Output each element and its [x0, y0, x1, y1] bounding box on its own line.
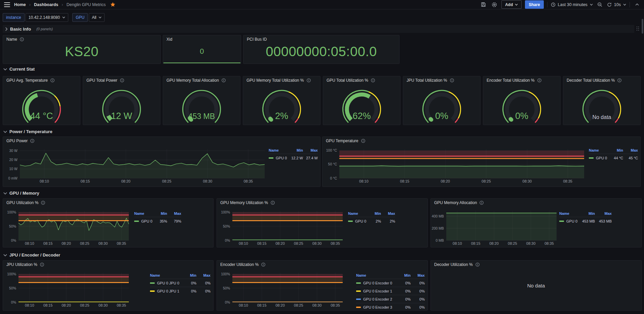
panel-title[interactable]: GPU Memory Total Allocation	[166, 78, 226, 83]
info-icon[interactable]	[261, 263, 265, 267]
add-panel-button[interactable]: Add	[501, 0, 522, 9]
vertical-scrollbar-thumb[interactable]	[642, 19, 643, 34]
zoom-out-time-icon[interactable]	[596, 1, 604, 8]
info-icon[interactable]	[222, 78, 226, 82]
legend-series-name[interactable]: GPU 0	[348, 219, 367, 223]
section-gpu-memory[interactable]: GPU / Memory	[3, 191, 39, 196]
panel-title[interactable]: Xid	[166, 37, 172, 42]
legend-series-name[interactable]: GPU 0 Encoder 3	[356, 305, 396, 309]
panel-gauge-2: GPU Memory Total Allocation453 MB	[163, 76, 240, 125]
info-icon[interactable]	[307, 78, 311, 82]
breadcrumb-dashboards[interactable]: Dashboards	[34, 2, 58, 7]
time-series-chart[interactable]: 08:1008:1508:2008:2508:3008:35100%50%0%	[217, 199, 427, 247]
legend-header: NameMinMax	[559, 210, 612, 217]
info-icon[interactable]	[361, 139, 365, 143]
section-power-temperature[interactable]: Power / Temperature	[3, 129, 52, 134]
legend-series-name[interactable]: GPU 0 Encoder 1	[356, 289, 396, 293]
section-jpu-encoder-decoder[interactable]: JPU / Encoder / Decoder	[3, 252, 60, 258]
dashboard-settings-gear-icon[interactable]	[491, 1, 498, 8]
panel-title[interactable]: JPU Total Utilization %	[407, 78, 454, 83]
svg-text:08:10: 08:10	[453, 241, 462, 245]
panel-title[interactable]: GPU Utilization %	[6, 200, 45, 205]
breadcrumb-home[interactable]: Home	[14, 2, 26, 7]
time-range-picker[interactable]: Last 30 minutes	[551, 2, 593, 7]
panel-title-text: Decoder Utilization %	[434, 262, 473, 267]
clock-icon	[551, 2, 556, 7]
legend-series-name[interactable]: GPU 0	[269, 156, 288, 160]
legend-max-value: 0%	[196, 281, 211, 285]
legend-header-min: Min	[608, 148, 623, 152]
time-series-chart[interactable]: 08:1008:1508:2008:2508:3008:35100 °C50 °…	[323, 137, 640, 187]
svg-text:08:20: 08:20	[441, 179, 450, 183]
legend-header-name: Name	[134, 211, 153, 215]
panel-title[interactable]: GPU Memory Total Utilization %	[247, 78, 311, 83]
series-label: GPU 0 JPU 1	[157, 289, 179, 293]
section-current-stat[interactable]: Current Stat	[3, 67, 35, 72]
gpu-variable-select[interactable]: All	[89, 13, 105, 22]
panel-title[interactable]: Name	[6, 37, 24, 42]
legend-series-name[interactable]: GPU 0 JPU 1	[150, 289, 182, 293]
panel-title[interactable]: Decoder Utilization %	[434, 262, 480, 267]
instance-variable-select[interactable]: 10.42.2.148:8080	[26, 13, 68, 22]
info-icon[interactable]	[271, 201, 275, 205]
panel-title[interactable]: Encoder Total Utilization %	[487, 78, 541, 83]
time-series-chart[interactable]: 08:1008:1508:2008:2508:3008:35100%50%0%	[3, 199, 213, 247]
series-label: GPU 0 JPU 0	[157, 281, 179, 285]
panel-title[interactable]: GPU Total Utilization %	[327, 78, 375, 83]
legend-series-name[interactable]: GPU 0	[134, 219, 153, 223]
legend-header-min: Min	[182, 273, 196, 277]
info-icon[interactable]	[537, 78, 541, 82]
panel-gpu-util: GPU Utilization %08:1008:1508:2008:2508:…	[3, 198, 214, 247]
legend-row: GPU 0 Encoder 20%0%	[356, 295, 425, 303]
panel-title-text: GPU Memory Total Allocation	[166, 78, 219, 83]
panel-title[interactable]: GPU Power	[6, 139, 34, 143]
panel-title[interactable]: GPU Memory Allocation	[434, 200, 484, 205]
panel-stat-name: NameKS20	[3, 35, 161, 64]
share-button[interactable]: Share	[525, 0, 543, 9]
refresh-picker[interactable]: 10s	[607, 2, 626, 7]
info-icon[interactable]	[476, 263, 480, 267]
legend-max-value: 79%	[167, 219, 181, 223]
info-icon[interactable]	[20, 37, 24, 41]
row-drag-handle[interactable]	[636, 26, 639, 31]
legend-header-max: Max	[381, 211, 395, 215]
favorite-star-icon[interactable]	[109, 1, 116, 8]
legend-header-name: Name	[150, 273, 182, 277]
panel-title[interactable]: GPU Temperature	[326, 139, 365, 143]
info-icon[interactable]	[30, 139, 34, 143]
panel-title[interactable]: GPU Total Power	[86, 78, 124, 83]
info-icon[interactable]	[617, 78, 621, 82]
legend-row: GPU 0 Encoder 30%0%	[356, 303, 425, 311]
panel-title[interactable]: Decoder Total Utilization %	[567, 78, 621, 83]
panel-title[interactable]: PCI Bus ID	[247, 37, 267, 42]
panel-title-text: JPU Utilization %	[6, 262, 37, 267]
info-icon[interactable]	[41, 201, 45, 205]
collapse-navbar-chevron-up-icon[interactable]	[633, 1, 641, 8]
panel-title[interactable]: JPU Utilization %	[6, 262, 44, 267]
menu-toggle-button[interactable]	[3, 1, 11, 8]
info-icon[interactable]	[50, 78, 54, 82]
info-icon[interactable]	[480, 201, 484, 205]
svg-text:08:30: 08:30	[203, 179, 213, 183]
legend-series-name[interactable]: GPU 0	[559, 219, 578, 223]
row-basic-info[interactable]: Basic Info (0 panels)	[3, 25, 634, 33]
legend-series-name[interactable]: GPU 0	[589, 156, 608, 160]
panel-title[interactable]: Encoder Utilization %	[220, 262, 265, 267]
svg-text:08:15: 08:15	[43, 303, 53, 307]
legend-series-name[interactable]: GPU 0 Encoder 0	[356, 281, 396, 285]
info-icon[interactable]	[40, 263, 44, 267]
breadcrumb-current-dashboard[interactable]: Denglin GPU Metrics	[67, 2, 106, 7]
panel-title[interactable]: GPU Memory Utilization %	[220, 200, 275, 205]
svg-text:100%: 100%	[221, 210, 230, 214]
info-icon[interactable]	[450, 78, 454, 82]
info-icon[interactable]	[371, 78, 375, 82]
panel-title[interactable]: GPU Avg. Temperature	[6, 78, 54, 83]
svg-text:200 MB: 200 MB	[432, 226, 444, 230]
save-dashboard-icon[interactable]	[480, 1, 487, 8]
info-icon[interactable]	[120, 78, 124, 82]
svg-text:08:25: 08:25	[80, 241, 89, 245]
legend-series-name[interactable]: GPU 0 JPU 0	[150, 281, 182, 285]
time-series-chart[interactable]: 08:1008:1508:2008:2508:3008:3530 W20 W10…	[3, 137, 320, 187]
legend-series-name[interactable]: GPU 0 Encoder 2	[356, 297, 396, 301]
dashboard-variables: instance 10.42.2.148:8080 GPU All	[3, 13, 105, 22]
